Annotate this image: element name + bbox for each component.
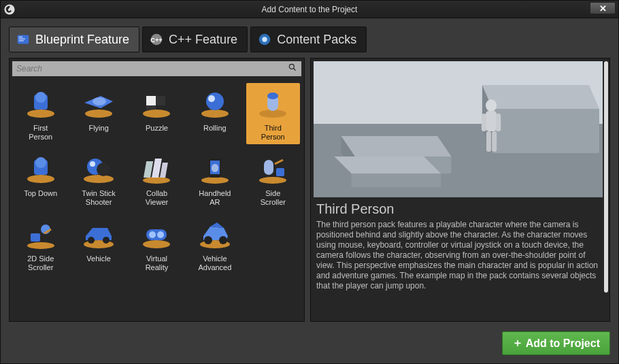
- template-tile-label: Collab Viewer: [146, 189, 168, 207]
- close-icon: ✕: [599, 3, 607, 14]
- detail-panel: Third Person The third person pack featu…: [310, 58, 610, 322]
- svg-marker-60: [334, 156, 441, 173]
- svg-point-24: [84, 175, 114, 183]
- template-tile-label: Side Scroller: [261, 189, 286, 207]
- top-down-icon: [20, 152, 61, 186]
- template-panel: First PersonFlyingPuzzleRollingThird Per…: [9, 58, 305, 322]
- template-tile-label: Handheld AR: [199, 189, 231, 207]
- template-tile-label: Flying: [88, 124, 108, 142]
- svg-point-8: [35, 92, 46, 103]
- cpp-icon: C++: [148, 31, 165, 48]
- titlebar: Add Content to the Project ✕: [1, 1, 618, 18]
- svg-marker-61: [352, 173, 441, 187]
- svg-point-43: [88, 237, 95, 244]
- tab-bar: Blueprint Feature C++ C++ Feature Conten…: [9, 27, 610, 52]
- first-person-icon: [20, 87, 61, 121]
- search-bar: [12, 61, 301, 76]
- content-area: First PersonFlyingPuzzleRollingThird Per…: [9, 58, 610, 322]
- twin-stick-icon: [78, 152, 119, 186]
- svg-point-27: [90, 161, 95, 167]
- template-tile-flying[interactable]: Flying: [71, 83, 125, 144]
- add-to-project-button[interactable]: ＋ Add to Project: [502, 331, 610, 355]
- dialog-body: Blueprint Feature C++ C++ Feature Conten…: [1, 18, 618, 363]
- template-tile-puzzle[interactable]: Puzzle: [130, 83, 184, 144]
- svg-point-21: [27, 175, 54, 183]
- svg-rect-37: [264, 160, 273, 175]
- tab-label: Content Packs: [277, 33, 356, 47]
- tab-label: Blueprint Feature: [35, 33, 129, 47]
- detail-text: Third Person The third person pack featu…: [311, 200, 609, 297]
- svg-rect-65: [496, 114, 501, 131]
- svg-point-45: [143, 240, 170, 248]
- svg-rect-14: [146, 105, 156, 110]
- svg-marker-54: [482, 85, 599, 109]
- dialog-window: Add Content to the Project ✕ Blueprint F…: [0, 0, 619, 364]
- puzzle-icon: [136, 87, 177, 121]
- svg-line-5: [294, 69, 296, 71]
- vehicle-adv-icon: [195, 218, 235, 252]
- vr-icon: [136, 218, 177, 252]
- collab-icon: [136, 152, 177, 186]
- svg-rect-67: [492, 131, 497, 152]
- svg-rect-63: [486, 111, 497, 131]
- svg-rect-38: [276, 168, 284, 176]
- svg-rect-13: [156, 96, 165, 105]
- svg-point-20: [267, 93, 278, 99]
- tab-cpp-feature[interactable]: C++ C++ Feature: [142, 27, 248, 52]
- svg-point-44: [103, 237, 110, 244]
- template-tile-2d-side[interactable]: 2D Side Scroller: [14, 214, 67, 275]
- template-tile-collab[interactable]: Collab Viewer: [130, 148, 184, 210]
- template-tile-label: Twin Stick Shooter: [82, 189, 116, 207]
- svg-point-51: [219, 236, 227, 244]
- svg-point-6: [27, 110, 54, 118]
- template-tile-label: Vehicle Advanced: [198, 254, 231, 272]
- scrollbar[interactable]: [604, 61, 608, 293]
- template-tile-label: First Person: [29, 124, 52, 142]
- svg-point-10: [93, 97, 106, 105]
- template-tile-label: Top Down: [24, 189, 57, 207]
- template-tile-label: Rolling: [203, 124, 227, 142]
- svg-point-23: [35, 157, 46, 168]
- svg-rect-35: [212, 164, 218, 172]
- template-tile-third-person[interactable]: Third Person: [246, 83, 300, 144]
- svg-point-16: [206, 93, 224, 110]
- tab-label: C++ Feature: [169, 33, 237, 47]
- search-input[interactable]: [16, 64, 288, 73]
- preview-image: [314, 61, 603, 197]
- template-tile-first-person[interactable]: First Person: [14, 83, 67, 144]
- svg-point-26: [97, 163, 110, 176]
- svg-rect-66: [486, 131, 491, 152]
- add-button-label: Add to Project: [526, 337, 600, 350]
- template-tile-top-down[interactable]: Top Down: [14, 148, 67, 210]
- close-button[interactable]: ✕: [590, 2, 616, 14]
- search-icon: [288, 63, 297, 75]
- third-person-icon: [252, 87, 293, 121]
- svg-point-36: [259, 177, 286, 184]
- svg-rect-29: [144, 161, 153, 178]
- template-grid: First PersonFlyingPuzzleRollingThird Per…: [10, 79, 304, 321]
- template-tile-rolling[interactable]: Rolling: [188, 83, 241, 144]
- vehicle-icon: [78, 218, 119, 252]
- template-tile-side-scroller[interactable]: Side Scroller: [246, 148, 300, 210]
- handheld-ar-icon: [195, 152, 235, 186]
- svg-point-11: [143, 110, 170, 118]
- svg-point-47: [149, 231, 156, 238]
- blueprint-icon: [15, 31, 31, 48]
- svg-point-15: [201, 110, 229, 118]
- template-tile-vehicle-adv[interactable]: Vehicle Advanced: [188, 214, 241, 275]
- tab-content-packs[interactable]: Content Packs: [250, 27, 367, 52]
- svg-point-28: [143, 177, 170, 184]
- svg-point-50: [204, 236, 212, 244]
- template-tile-twin-stick[interactable]: Twin Stick Shooter: [71, 148, 125, 210]
- template-tile-label: Vehicle: [86, 254, 110, 272]
- template-tile-vehicle[interactable]: Vehicle: [71, 214, 125, 275]
- svg-rect-12: [146, 96, 156, 105]
- tab-blueprint-feature[interactable]: Blueprint Feature: [9, 27, 139, 52]
- template-tile-vr[interactable]: Virtual Reality: [130, 214, 184, 275]
- flying-icon: [78, 87, 119, 121]
- template-tile-handheld-ar[interactable]: Handheld AR: [188, 148, 241, 210]
- template-tile-label: 2D Side Scroller: [27, 254, 54, 272]
- content-packs-icon: [256, 31, 273, 48]
- template-tile-label: Virtual Reality: [146, 254, 169, 272]
- detail-description: The third person pack features a playabl…: [316, 220, 603, 291]
